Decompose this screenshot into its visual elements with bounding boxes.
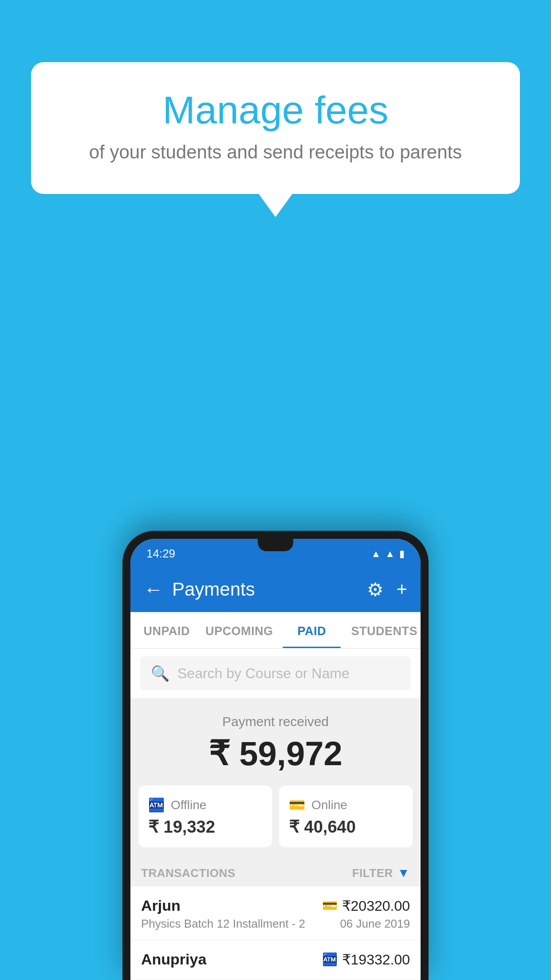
- wifi-icon: ▲: [371, 548, 381, 560]
- transaction-name-2: Anupriya: [141, 951, 206, 968]
- search-placeholder: Search by Course or Name: [177, 665, 350, 682]
- search-icon: 🔍: [151, 664, 169, 682]
- battery-icon: ▮: [399, 548, 405, 560]
- speech-bubble-container: Manage fees of your students and send re…: [31, 62, 520, 194]
- add-icon[interactable]: +: [396, 579, 407, 600]
- transaction-row[interactable]: Arjun 💳 ₹20320.00 Physics Batch 12 Insta…: [130, 886, 421, 940]
- search-container: 🔍 Search by Course or Name: [130, 648, 421, 698]
- tabs-bar: UNPAID UPCOMING PAID STUDENTS: [130, 612, 421, 648]
- phone-screen: 14:29 ▲ ▲ ▮ ← Payments ⚙ + UNPAID UPCOMI…: [130, 539, 421, 980]
- app-bar: ← Payments ⚙ +: [130, 567, 421, 612]
- transaction-amount-wrap-1: 💳 ₹20320.00: [322, 897, 410, 914]
- filter-button[interactable]: FILTER ▼: [352, 866, 410, 880]
- online-amount: ₹ 40,640: [289, 817, 403, 837]
- payment-received-amount: ₹ 59,972: [130, 734, 421, 773]
- offline-card: 🏧 Offline ₹ 19,332: [138, 786, 272, 847]
- back-button[interactable]: ←: [144, 578, 163, 601]
- transaction-top-2: Anupriya 🏧 ₹19332.00: [141, 951, 410, 968]
- transactions-header: TRANSACTIONS FILTER ▼: [130, 858, 421, 886]
- offline-card-header: 🏧 Offline: [148, 797, 262, 813]
- payment-received-section: Payment received ₹ 59,972: [130, 698, 421, 786]
- transaction-row-2[interactable]: Anupriya 🏧 ₹19332.00: [130, 940, 421, 980]
- settings-icon[interactable]: ⚙: [367, 579, 384, 601]
- phone-frame: 14:29 ▲ ▲ ▮ ← Payments ⚙ + UNPAID UPCOMI…: [122, 531, 429, 980]
- offline-amount: ₹ 19,332: [148, 817, 262, 837]
- transaction-amount-1: ₹20320.00: [342, 897, 410, 914]
- search-input-wrap[interactable]: 🔍 Search by Course or Name: [140, 656, 411, 690]
- bubble-subtitle: of your students and send receipts to pa…: [67, 142, 484, 163]
- status-time: 14:29: [146, 547, 175, 561]
- online-card-header: 💳 Online: [289, 797, 403, 813]
- tab-paid[interactable]: PAID: [276, 612, 348, 648]
- filter-label: FILTER: [352, 866, 393, 880]
- transaction-name-1: Arjun: [141, 897, 181, 914]
- payment-cards: 🏧 Offline ₹ 19,332 💳 Online ₹ 40,640: [130, 786, 421, 858]
- filter-icon: ▼: [398, 866, 410, 880]
- online-icon: 💳: [289, 797, 305, 813]
- app-bar-actions: ⚙ +: [367, 579, 407, 601]
- payment-received-label: Payment received: [130, 714, 421, 729]
- bubble-title: Manage fees: [67, 89, 484, 132]
- transaction-type-icon-1: 💳: [322, 898, 338, 913]
- transaction-desc-1: Physics Batch 12 Installment - 2: [141, 917, 305, 931]
- tab-unpaid[interactable]: UNPAID: [130, 612, 203, 648]
- online-label: Online: [311, 798, 347, 812]
- speech-bubble: Manage fees of your students and send re…: [31, 62, 520, 194]
- signal-icon: ▲: [385, 548, 395, 560]
- online-card: 💳 Online ₹ 40,640: [279, 786, 413, 847]
- transactions-label: TRANSACTIONS: [141, 866, 236, 880]
- offline-label: Offline: [171, 798, 206, 812]
- transaction-amount-2: ₹19332.00: [342, 951, 410, 968]
- phone-notch: [258, 539, 293, 551]
- offline-icon: 🏧: [148, 797, 165, 813]
- content-area: 🔍 Search by Course or Name Payment recei…: [130, 648, 421, 980]
- transaction-amount-wrap-2: 🏧 ₹19332.00: [322, 951, 410, 968]
- transaction-top-1: Arjun 💳 ₹20320.00: [141, 897, 410, 914]
- status-icons: ▲ ▲ ▮: [371, 548, 405, 560]
- transaction-type-icon-2: 🏧: [322, 952, 338, 967]
- tab-students[interactable]: STUDENTS: [348, 612, 421, 648]
- app-bar-title: Payments: [172, 579, 367, 600]
- transaction-date-1: 06 June 2019: [340, 917, 410, 931]
- tab-upcoming[interactable]: UPCOMING: [203, 612, 276, 648]
- transaction-bottom-1: Physics Batch 12 Installment - 2 06 June…: [141, 917, 410, 931]
